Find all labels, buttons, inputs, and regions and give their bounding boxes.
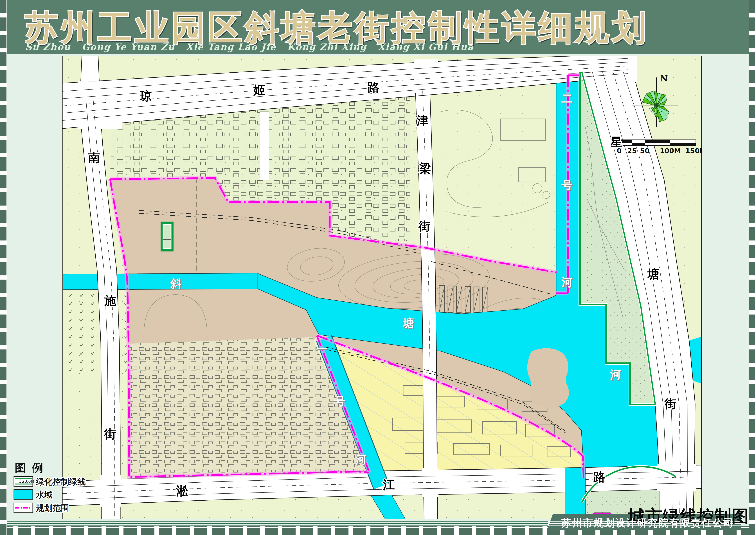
label-xietang-2: 塘 bbox=[402, 317, 414, 330]
label-jinliang-2: 梁 bbox=[419, 161, 431, 176]
sheet-header: 苏州工业园区斜塘老街控制性详细规划 苏州工业园区斜塘老街控制性详细规划 Su Z… bbox=[24, 8, 650, 52]
legend-title: 图 例 bbox=[15, 461, 44, 474]
legend-greenline-note: 20.0M bbox=[22, 479, 34, 484]
label-qiongji-1: 琼 bbox=[140, 89, 152, 103]
label-erhao-2: 号 bbox=[561, 178, 573, 191]
legend-greenline-label: 绿化控制绿线 bbox=[36, 477, 86, 487]
film-strip-left bbox=[0, 0, 7, 535]
water-xietang-west bbox=[63, 273, 259, 290]
label-yihao-2: 号 bbox=[334, 394, 345, 408]
label-xietang-3: 河 bbox=[610, 368, 621, 381]
label-qiongji-3: 路 bbox=[367, 80, 379, 95]
legend-item-boundary: 规划范围 bbox=[14, 503, 69, 513]
compass-north-label: N bbox=[660, 74, 668, 83]
scale-label-50: 50 bbox=[640, 147, 650, 155]
label-xietang-1: 斜 bbox=[170, 277, 181, 290]
scale-bar: 0 25 50 100M 150M bbox=[617, 140, 707, 155]
label-erhao-1: 二 bbox=[561, 92, 573, 105]
label-yihao-3: 河 bbox=[355, 453, 366, 466]
river-island bbox=[527, 348, 569, 408]
label-qiongji-2: 姬 bbox=[253, 83, 265, 97]
legend-water-label: 水域 bbox=[36, 490, 53, 499]
label-songjiang-1: 淞 bbox=[176, 484, 188, 498]
label-nanshi-1: 南 bbox=[88, 151, 100, 165]
legend-boundary-label: 规划范围 bbox=[36, 503, 69, 513]
footer-company: 苏州市规划设计研究院有限责任公司 bbox=[561, 517, 734, 529]
label-xingtang-1: 星 bbox=[610, 135, 622, 149]
label-xingtang-2: 塘 bbox=[647, 267, 659, 281]
label-songjiang-3: 路 bbox=[593, 470, 605, 484]
label-yihao-1: 一 bbox=[316, 342, 327, 355]
sheet-title: 苏州工业园区斜塘老街控制性详细规划 bbox=[24, 8, 649, 47]
greenline-rectangle-feature bbox=[162, 223, 173, 250]
label-songjiang-2: 江 bbox=[383, 478, 395, 492]
label-erhao-3: 河 bbox=[561, 276, 573, 289]
label-jinliang-3: 街 bbox=[418, 219, 430, 233]
sheet-subtitle-pinyin: Su Zhou Gong Ye Yuan Zu Xie Tang Lao Jie… bbox=[25, 42, 474, 52]
film-strip-right bbox=[749, 0, 756, 535]
map-canvas: N 0 25 50 100M 150M 琼 姬 路 南 施 街 津 梁 街 星 … bbox=[62, 54, 707, 519]
legend-item-greenline: 20.0M 绿化控制绿线 bbox=[14, 476, 86, 487]
label-jinliang-1: 津 bbox=[417, 114, 429, 127]
label-xingtang-3: 街 bbox=[664, 397, 676, 411]
scale-label-25: 25 bbox=[627, 147, 637, 155]
label-nanshi-3: 街 bbox=[104, 427, 116, 441]
scale-label-100m: 100M bbox=[660, 147, 681, 155]
label-nanshi-2: 施 bbox=[104, 294, 116, 308]
planning-map-sheet: 苏州工业园区斜塘老街控制性详细规划 苏州工业园区斜塘老街控制性详细规划 Su Z… bbox=[0, 0, 756, 535]
